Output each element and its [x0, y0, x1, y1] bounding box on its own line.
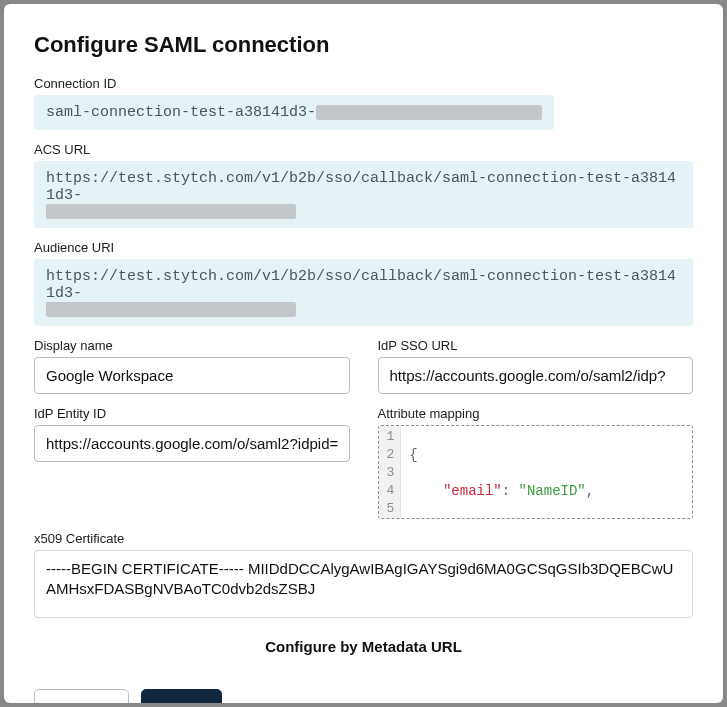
modal-title: Configure SAML connection — [34, 32, 693, 58]
save-button[interactable]: Save — [141, 689, 222, 703]
idp-entity-id-label: IdP Entity ID — [34, 406, 350, 421]
x509-input[interactable]: -----BEGIN CERTIFICATE----- MIIDdDCCAlyg… — [34, 550, 693, 618]
display-name-label: Display name — [34, 338, 350, 353]
idp-sso-url-label: IdP SSO URL — [378, 338, 694, 353]
connection-id-value[interactable]: saml-connection-test-a38141d3- — [34, 95, 554, 130]
attribute-mapping-label: Attribute mapping — [378, 406, 694, 421]
x509-label: x509 Certificate — [34, 531, 693, 546]
configure-saml-modal: Configure SAML connection Connection ID … — [4, 4, 723, 703]
configure-by-metadata-url-link[interactable]: Configure by Metadata URL — [34, 638, 693, 655]
audience-uri-prefix: https://test.stytch.com/v1/b2b/sso/callb… — [46, 268, 681, 302]
cancel-button[interactable]: Cancel — [34, 689, 129, 703]
connection-id-redacted — [316, 105, 542, 120]
connection-id-label: Connection ID — [34, 76, 693, 91]
attribute-mapping-editor[interactable]: 12345 { "email": "NameID", "first_name":… — [378, 425, 694, 519]
acs-url-label: ACS URL — [34, 142, 693, 157]
x509-value: -----BEGIN CERTIFICATE----- MIIDdDCCAlyg… — [46, 560, 673, 597]
connection-id-prefix: saml-connection-test-a38141d3- — [46, 104, 316, 121]
acs-url-redacted — [46, 204, 296, 219]
acs-url-prefix: https://test.stytch.com/v1/b2b/sso/callb… — [46, 170, 681, 204]
audience-uri-label: Audience URI — [34, 240, 693, 255]
display-name-input[interactable] — [34, 357, 350, 394]
audience-uri-value[interactable]: https://test.stytch.com/v1/b2b/sso/callb… — [34, 259, 693, 326]
idp-entity-id-input[interactable] — [34, 425, 350, 462]
button-row: Cancel Save — [34, 689, 693, 703]
code-body[interactable]: { "email": "NameID", "first_name": "firs… — [401, 426, 692, 518]
code-gutter: 12345 — [379, 426, 402, 518]
acs-url-value[interactable]: https://test.stytch.com/v1/b2b/sso/callb… — [34, 161, 693, 228]
idp-sso-url-input[interactable] — [378, 357, 694, 394]
audience-uri-redacted — [46, 302, 296, 317]
